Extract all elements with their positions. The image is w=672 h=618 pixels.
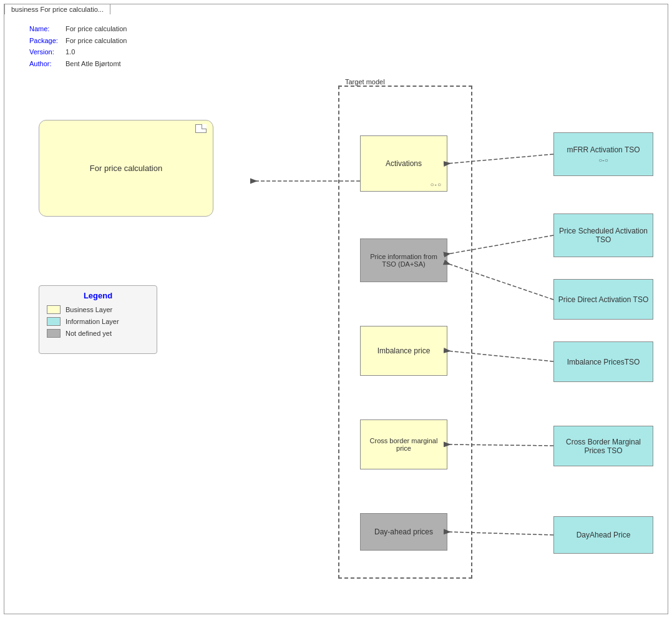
cross-border-right-label: Cross Border Marginal Prices TSO (557, 438, 650, 455)
imbalance-box: Imbalance price (360, 326, 447, 376)
price-sched-label: Price Scheduled Activation TSO (557, 227, 650, 244)
legend-title: Legend (47, 291, 149, 300)
main-canvas: business For price calculatio... Name: F… (4, 4, 668, 614)
main-box: For price calculation (39, 120, 213, 217)
meta-info: Name: For price calculation Package: For… (29, 23, 127, 70)
legend-row-business: Business Layer (47, 305, 149, 314)
mfrr-label: mFRR Activation TSO (567, 145, 640, 154)
meta-package-key: Package: (29, 35, 62, 47)
meta-name-val: For price calculation (66, 23, 127, 35)
meta-author-val: Bent Atle Bjørtomt (66, 58, 121, 70)
meta-package-val: For price calculation (66, 35, 127, 47)
target-model-label: Target model (343, 78, 387, 86)
price-scheduled-box: Price Scheduled Activation TSO (553, 213, 653, 257)
legend-row-notdefined: Not defined yet (47, 329, 149, 338)
cross-border-right-box: Cross Border Marginal Prices TSO (553, 426, 653, 466)
day-ahead-right-box: DayAhead Price (553, 516, 653, 554)
meta-author-key: Author: (29, 58, 62, 70)
legend-row-information: Information Layer (47, 317, 149, 326)
legend-business-label: Business Layer (66, 306, 112, 313)
price-info-label: Price information from TSO (DA+SA) (363, 253, 444, 268)
price-direct-label: Price Direct Activation TSO (558, 295, 649, 304)
meta-name-key: Name: (29, 23, 62, 35)
meta-version-key: Version: (29, 46, 62, 58)
swatch-notdefined (47, 329, 61, 338)
day-ahead-label: Day-ahead prices (374, 527, 433, 536)
corner-icon (195, 124, 207, 133)
cross-border-label: Cross border marginal price (363, 437, 444, 452)
imbalance-label: Imbalance price (377, 346, 431, 355)
activations-link-symbol: ○-○ (431, 181, 442, 188)
mfrr-box: mFRR Activation TSO ○-○ (553, 132, 653, 176)
imbalance-right-box: Imbalance PricesTSO (553, 341, 653, 382)
main-box-label: For price calculation (90, 164, 162, 173)
price-direct-box: Price Direct Activation TSO (553, 279, 653, 320)
legend-box: Legend Business Layer Information Layer … (39, 285, 157, 354)
day-ahead-box: Day-ahead prices (360, 513, 447, 551)
day-ahead-right-label: DayAhead Price (577, 531, 631, 539)
meta-version-val: 1.0 (66, 46, 75, 58)
cross-border-box: Cross border marginal price (360, 419, 447, 469)
mfrr-link-symbol: ○-○ (567, 157, 640, 164)
imbalance-right-label: Imbalance PricesTSO (567, 358, 640, 366)
legend-notdefined-label: Not defined yet (66, 330, 112, 337)
activations-label: Activations (386, 159, 422, 168)
legend-information-label: Information Layer (66, 318, 119, 325)
swatch-information (47, 317, 61, 326)
tab-label: business For price calculatio... (4, 4, 110, 14)
activations-box: Activations ○-○ (360, 135, 447, 192)
swatch-business (47, 305, 61, 314)
price-info-box: Price information from TSO (DA+SA) (360, 238, 447, 282)
